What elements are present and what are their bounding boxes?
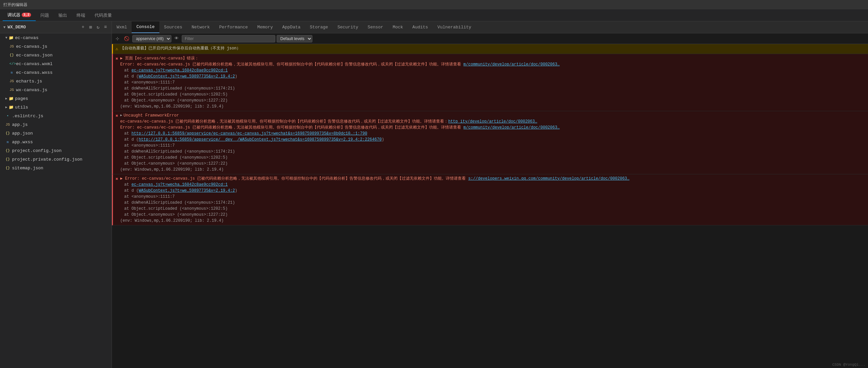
nav-memory[interactable]: Memory [253, 21, 278, 33]
project-name: WX_DEMO [8, 25, 26, 30]
file-name: app.wxss [12, 140, 33, 144]
stack-line: at ec-canvas.js?t=wecha…16042c8ae9cc902c… [120, 67, 865, 73]
nav-storage[interactable]: Storage [305, 21, 333, 33]
console-msg-body: ▶ 页面【ec-canvas/ec-canvas】错误： Error: ec-c… [120, 56, 865, 109]
eye-icon[interactable]: 👁 [173, 35, 180, 42]
nav-console[interactable]: Console [132, 21, 159, 33]
file-app-json[interactable]: {} app.json [0, 129, 112, 138]
file-name: app.json [12, 131, 33, 136]
stack-link[interactable]: WASubContext.js?t=we…59897735&v=2.19.4:2 [138, 74, 235, 79]
file-name: .eslintrc.js [12, 113, 43, 119]
chevron-right-icon: ▶ [5, 105, 7, 109]
file-name: echarts.js [16, 79, 42, 84]
top-tab-bar: 调试器 3,2 问题 输出 终端 代码质量 [0, 9, 868, 21]
file-project-config[interactable]: {} project.config.json [0, 146, 112, 155]
tab-codequality[interactable]: 代码质量 [90, 9, 117, 21]
file-ec-canvas-json[interactable]: {} ec-canvas.json [0, 51, 112, 60]
file-echarts-js[interactable]: JS echarts.js [0, 77, 112, 86]
stack-link[interactable]: http://127.0.0.1:56859/appservice/ec-can… [131, 131, 367, 136]
stack-line: at Object.<anonymous> (<anonymous>:1227:… [120, 161, 865, 167]
main-layout: ▼ WX_DEMO + ⊞ ↻ ≡ ▼ 📁 ec-canvas JS ec-ca… [0, 21, 868, 368]
nav-security[interactable]: Security [333, 21, 363, 33]
file-name: ec-canvas.wxss [16, 70, 53, 75]
nav-network[interactable]: Network [187, 21, 215, 33]
tab-problems[interactable]: 问题 [36, 9, 54, 21]
devtools-toolbar: ⊹ 🚫 appservice (#8) 👁 Default levels [112, 33, 868, 44]
stack-line: at d (WASubContext.js?t=we…59897735&v=2.… [120, 188, 865, 194]
file-tree: ▼ 📁 ec-canvas JS ec-canvas.js {} ec-canv… [0, 33, 112, 172]
file-eslintrc[interactable]: • .eslintrc.js [0, 111, 112, 120]
file-name: ec-canvas.js [16, 44, 48, 49]
json-icon: {} [9, 53, 14, 57]
js-icon: JS [9, 79, 14, 83]
error-link[interactable]: http ity/develop/article/doc/0002063… [448, 119, 537, 124]
file-name: ec-canvas.json [16, 53, 53, 58]
file-sitemap[interactable]: {} sitemap.json [0, 164, 112, 172]
collapse-btn[interactable]: ≡ [103, 24, 108, 31]
json-icon: {} [5, 148, 10, 153]
stack-line: at Object.scriptLoaded (<anonymous>:1202… [120, 155, 865, 161]
error-link[interactable]: m/community/develop/article/doc/0002063… [463, 62, 560, 67]
error-line: Error: ec-canvas/ec-canvas.js 已被代码依赖分析忽略… [120, 125, 560, 130]
stack-line: at Object.<anonymous> (<anonymous>:1227:… [120, 98, 865, 103]
dot-icon: • [5, 114, 10, 118]
folder-pages[interactable]: ▶ 📁 pages [0, 94, 112, 103]
stack-link[interactable]: ec-canvas.js?t=wecha…16042c8ae9cc902cd:1 [131, 68, 227, 73]
chevron-down-icon: ▼ [5, 36, 7, 40]
file-app-js[interactable]: JS app.js [0, 120, 112, 129]
nav-appdata[interactable]: AppData [278, 21, 305, 33]
add-file-btn[interactable]: + [80, 24, 86, 31]
devtools-nav: Wxml Console Sources Network Performance… [112, 21, 868, 33]
stack-line: at doWhenAllScriptLoaded (<anonymous>:11… [120, 148, 865, 155]
console-msg-body: ▶ Error: ec-canvas/ec-canvas.js 已被代码依赖分析… [120, 176, 865, 224]
nav-performance[interactable]: Performance [215, 21, 253, 33]
tab-terminal[interactable]: 终端 [72, 9, 90, 21]
file-ec-canvas-js[interactable]: JS ec-canvas.js [0, 42, 112, 51]
levels-select[interactable]: Default levels [277, 35, 312, 42]
folder-icon: 📁 [9, 96, 14, 101]
nav-sources[interactable]: Sources [159, 21, 187, 33]
file-name: project.private.config.json [12, 157, 83, 162]
error-prefix: ▶ 页面【ec-canvas/ec-canvas】错误： [120, 56, 199, 61]
error-icon: ✖ [116, 113, 118, 120]
nav-vulnerability[interactable]: Vulnerability [433, 21, 476, 33]
watermark: CSDN @YongQi... [832, 363, 865, 367]
tab-output[interactable]: 输出 [54, 9, 72, 21]
clear-icon[interactable]: 🚫 [122, 35, 131, 42]
stack-line: at d (WASubContext.js?t=we…59897735&v=2.… [120, 73, 865, 79]
json-icon: {} [5, 131, 10, 135]
add-folder-btn[interactable]: ⊞ [88, 24, 93, 31]
file-wx-canvas-js[interactable]: JS wx-canvas.js [0, 86, 112, 94]
stack-link[interactable]: ec-canvas.js?t=wecha…16042c8ae9cc902cd:1 [131, 182, 227, 187]
error-icon: ✖ [116, 56, 118, 62]
cursor-icon[interactable]: ⊹ [114, 35, 121, 42]
file-ec-canvas-wxml[interactable]: </> ec-canvas.wxml [0, 60, 112, 68]
error-line: ec-canvas/ec-canvas.js 已被代码依赖分析忽略，无法被其他模… [120, 119, 537, 124]
error-link[interactable]: s://developers.weixin.qq.com/community/d… [468, 176, 629, 181]
file-app-wxss[interactable]: ≋ app.wxss [0, 138, 112, 146]
file-project-private[interactable]: {} project.private.config.json [0, 155, 112, 164]
folder-ec-canvas[interactable]: ▼ 📁 ec-canvas [0, 33, 112, 42]
nav-wxml[interactable]: Wxml [112, 21, 132, 33]
refresh-btn[interactable]: ↻ [95, 24, 100, 31]
tab-debugger[interactable]: 调试器 3,2 [3, 9, 36, 21]
stack-line: at <anonymous>:1111:7 [120, 143, 865, 148]
error-link[interactable]: m/community/develop/article/doc/0002063… [463, 125, 560, 130]
wxml-icon: </> [9, 62, 14, 66]
nav-sensor[interactable]: Sensor [363, 21, 388, 33]
context-selector[interactable]: appservice (#8) [132, 35, 172, 42]
sidebar-arrow-icon: ▼ [3, 25, 6, 29]
nav-mock[interactable]: Mock [388, 21, 408, 33]
stack-link[interactable]: WASubContext.js?t=we…59897735&v=2.19.4:2 [138, 188, 235, 193]
folder-icon: 📁 [9, 35, 14, 40]
warn-text: 【自动热重载】已开启代码文件保存后自动热重载（不支持 json） [120, 46, 241, 51]
folder-utils[interactable]: ▶ 📁 utils [0, 103, 112, 111]
stack-line: at <anonymous>:1111:7 [120, 79, 865, 86]
stack-line: at Object.scriptLoaded (<anonymous>:1202… [120, 206, 865, 212]
filter-input[interactable] [182, 35, 275, 42]
file-ec-canvas-wxss[interactable]: ≋ ec-canvas.wxss [0, 68, 112, 77]
sidebar-actions: + ⊞ ↻ ≡ [80, 24, 108, 31]
nav-audits[interactable]: Audits [408, 21, 433, 33]
stack-link[interactable]: http://127.0.0.1:56859/appservice/__dev_… [138, 137, 381, 142]
error-expandable[interactable]: ▶ Uncaught FrameworkError [120, 112, 865, 119]
